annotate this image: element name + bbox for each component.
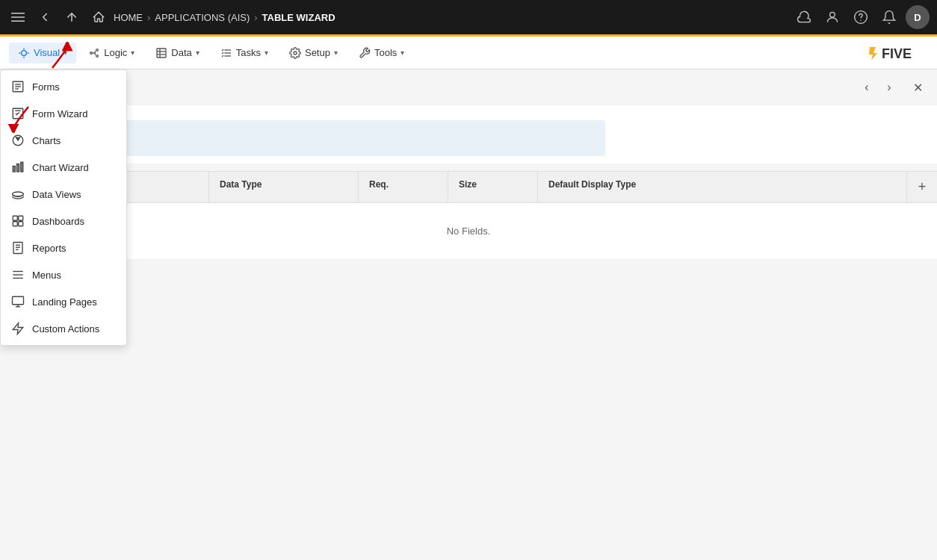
- reports-label: Reports: [32, 243, 67, 254]
- tools-chevron: ▾: [401, 49, 404, 57]
- dropdown-forms[interactable]: Forms: [1, 73, 126, 100]
- dropdown-dashboards[interactable]: Dashboards: [1, 208, 126, 234]
- svg-marker-18: [869, 47, 877, 60]
- fields-table: Data Type Req. Size Default Display Type…: [0, 171, 937, 259]
- svg-rect-29: [21, 162, 23, 172]
- svg-rect-42: [13, 296, 24, 305]
- top-bar-left: HOME › APPLICATIONS (AIS) › TABLE WIZARD: [7, 7, 786, 28]
- nav-logic-label: Logic: [104, 47, 127, 58]
- svg-rect-1: [11, 16, 25, 18]
- dashboards-label: Dashboards: [32, 216, 84, 227]
- charts-icon: [11, 134, 25, 147]
- svg-text:FIVE: FIVE: [882, 46, 912, 61]
- svg-rect-27: [13, 167, 15, 172]
- dropdown-reports[interactable]: Reports: [1, 234, 126, 261]
- data-views-label: Data Views: [32, 189, 81, 200]
- table-header: Data Type Req. Size Default Display Type…: [0, 171, 937, 203]
- nav-data[interactable]: Data ▾: [146, 43, 208, 63]
- col-add: +: [907, 172, 937, 202]
- top-bar: HOME › APPLICATIONS (AIS) › TABLE WIZARD…: [0, 0, 937, 34]
- svg-point-6: [22, 50, 27, 55]
- dashboards-icon: [11, 214, 25, 228]
- nav-setup-label: Setup: [305, 47, 330, 58]
- svg-point-8: [96, 49, 99, 51]
- dropdown-form-wizard[interactable]: Form Wizard: [1, 100, 126, 127]
- main-content: ✕ ‹ › Data Type Req. Size Default Displa…: [0, 69, 937, 560]
- help-icon[interactable]: [849, 5, 873, 29]
- svg-marker-45: [13, 323, 23, 335]
- svg-point-3: [830, 12, 835, 17]
- logic-chevron: ▾: [131, 49, 134, 57]
- breadcrumb-applications[interactable]: APPLICATIONS (AIS): [155, 12, 250, 23]
- visual-dropdown: Forms Form Wizard Charts Chart Wizard Da…: [0, 69, 127, 346]
- form-area: [0, 105, 937, 164]
- dropdown-menus[interactable]: Menus: [1, 261, 126, 288]
- visual-chevron: ▾: [64, 49, 67, 57]
- data-chevron: ▾: [196, 49, 200, 57]
- forms-label: Forms: [32, 81, 60, 93]
- landing-pages-label: Landing Pages: [32, 296, 97, 308]
- close-button[interactable]: ✕: [907, 77, 928, 98]
- add-field-button[interactable]: +: [918, 179, 927, 195]
- col-data-type: Data Type: [209, 172, 359, 202]
- svg-point-17: [294, 52, 297, 55]
- nav-setup[interactable]: Setup ▾: [280, 43, 347, 63]
- svg-point-7: [90, 52, 93, 54]
- breadcrumb-table-wizard[interactable]: TABLE WIZARD: [262, 12, 335, 23]
- prev-button[interactable]: ‹: [856, 77, 877, 98]
- dropdown-charts[interactable]: Charts: [1, 127, 126, 154]
- col-req: Req.: [359, 172, 448, 202]
- forms-icon: [11, 80, 25, 93]
- person-icon[interactable]: [820, 5, 844, 29]
- svg-rect-33: [13, 222, 17, 226]
- dropdown-landing-pages[interactable]: Landing Pages: [1, 288, 126, 315]
- no-fields-label: No Fields.: [0, 203, 937, 259]
- setup-chevron: ▾: [334, 49, 338, 57]
- form-wizard-label: Form Wizard: [32, 108, 87, 119]
- breadcrumb: HOME › APPLICATIONS (AIS) › TABLE WIZARD: [88, 7, 335, 28]
- tasks-chevron: ▾: [265, 49, 268, 57]
- nav-logic[interactable]: Logic ▾: [79, 43, 143, 63]
- next-button[interactable]: ›: [879, 77, 900, 98]
- nav-tasks[interactable]: Tasks ▾: [211, 43, 277, 63]
- avatar[interactable]: D: [906, 5, 930, 29]
- header-actions: ✕: [907, 77, 928, 98]
- back-icon[interactable]: [34, 7, 55, 28]
- content-header: ✕: [0, 69, 937, 105]
- nav-visual[interactable]: Visual ▾: [9, 43, 76, 63]
- svg-rect-34: [19, 222, 23, 226]
- svg-rect-0: [11, 13, 25, 14]
- custom-actions-icon: [11, 322, 25, 335]
- nav-data-label: Data: [171, 47, 191, 58]
- five-logo: FIVE: [868, 44, 928, 62]
- nav-tools[interactable]: Tools ▾: [350, 43, 413, 63]
- svg-point-9: [96, 55, 99, 57]
- svg-rect-32: [19, 216, 23, 220]
- bell-icon[interactable]: [877, 5, 901, 29]
- col-display-type: Default Display Type: [538, 172, 907, 202]
- svg-rect-31: [13, 216, 17, 220]
- nav-tasks-label: Tasks: [236, 47, 261, 58]
- svg-rect-2: [11, 21, 25, 22]
- top-bar-right: D: [792, 5, 930, 29]
- home-icon[interactable]: [88, 7, 109, 28]
- menus-icon: [11, 268, 25, 281]
- dropdown-data-views[interactable]: Data Views: [1, 181, 126, 208]
- menus-label: Menus: [32, 270, 61, 281]
- breadcrumb-home[interactable]: HOME: [114, 12, 143, 23]
- up-icon[interactable]: [61, 7, 82, 28]
- chart-wizard-icon: [11, 161, 25, 174]
- data-views-icon: [11, 187, 25, 201]
- menu-icon[interactable]: [7, 7, 28, 28]
- landing-pages-icon: [11, 295, 25, 308]
- svg-point-5: [860, 20, 861, 21]
- custom-actions-label: Custom Actions: [32, 323, 99, 335]
- col-size: Size: [448, 172, 538, 202]
- svg-rect-28: [17, 164, 19, 172]
- reports-icon: [11, 241, 25, 255]
- dropdown-custom-actions[interactable]: Custom Actions: [1, 315, 126, 342]
- dropdown-chart-wizard[interactable]: Chart Wizard: [1, 154, 126, 181]
- cloud-icon[interactable]: [792, 5, 816, 29]
- content-area: ✕ ‹ › Data Type Req. Size Default Displa…: [0, 69, 937, 560]
- nav-visual-label: Visual: [34, 47, 60, 58]
